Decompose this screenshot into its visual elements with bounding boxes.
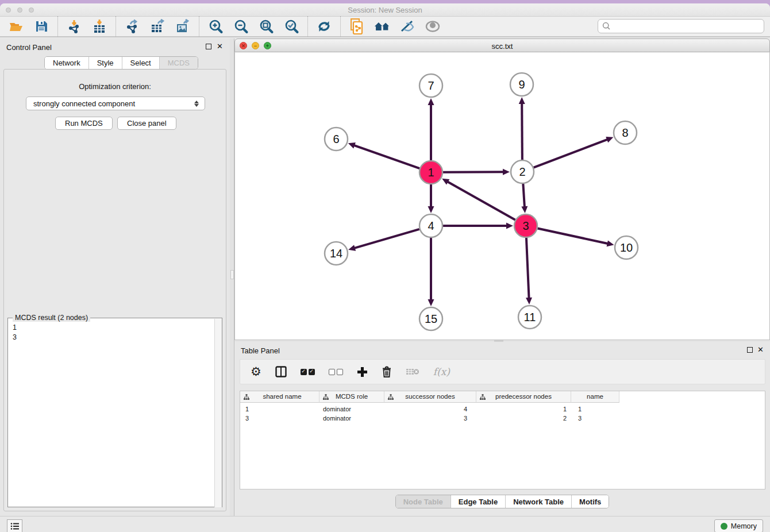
memory-button[interactable]: Memory [714, 519, 763, 532]
graph-edge-arrowhead [607, 240, 614, 246]
graph-edge[interactable] [353, 145, 419, 168]
tab-edge-table[interactable]: Edge Table [451, 495, 506, 508]
show-panel-icon[interactable] [425, 18, 441, 34]
tab-mcds[interactable]: MCDS [160, 57, 198, 69]
graph-edge[interactable] [526, 238, 529, 299]
import-table-icon[interactable] [91, 18, 107, 34]
tab-style[interactable]: Style [89, 57, 122, 69]
export-image-icon[interactable] [175, 18, 191, 34]
tab-network-table[interactable]: Network Table [506, 495, 572, 508]
graph-node-label: 14 [330, 247, 342, 260]
table-row[interactable]: 3 dominator 3 2 3 [240, 414, 619, 423]
tab-network[interactable]: Network [45, 57, 89, 69]
tab-motifs[interactable]: Motifs [572, 495, 609, 508]
export-table-icon[interactable] [149, 18, 165, 34]
cell-predecessor-nodes[interactable]: 2 [476, 414, 571, 423]
optimization-criterion-dropdown[interactable]: strongly connected component [26, 97, 205, 110]
search-icon [602, 22, 611, 30]
table-header-row: shared name MCDS role successor nodes pr… [240, 391, 619, 403]
delete-table-icon[interactable] [406, 367, 419, 376]
network-window-title: scc.txt [235, 42, 769, 51]
graph-edge-arrowhead [348, 142, 356, 148]
zoom-in-icon[interactable] [207, 18, 224, 34]
column-header-successor-nodes[interactable]: successor nodes [384, 391, 476, 403]
graph-edge[interactable] [534, 139, 608, 167]
zoom-fit-icon[interactable] [258, 18, 274, 34]
table-toolbar: ⚙ f(x) [240, 359, 765, 384]
cell-name[interactable]: 3 [571, 414, 619, 423]
cell-shared-name[interactable]: 3 [240, 414, 319, 423]
float-panel-icon[interactable] [206, 44, 211, 49]
application-window: Session: New Session [0, 3, 770, 532]
float-panel-icon[interactable] [747, 347, 753, 353]
network-view-window: ✕ − + scc.txt 1234678910111415 [234, 38, 770, 340]
graph-edge[interactable] [354, 229, 419, 248]
table-panel: Table Panel ✕ ⚙ f(x) [234, 342, 770, 516]
cell-predecessor-nodes[interactable]: 1 [476, 404, 571, 414]
zoom-selected-icon[interactable] [283, 18, 299, 34]
network-from-file-icon[interactable] [349, 18, 365, 34]
attribute-tree-icon [323, 394, 329, 400]
close-panel-icon[interactable]: ✕ [217, 42, 223, 51]
import-network-icon[interactable] [66, 18, 82, 34]
main-titlebar: Session: New Session [0, 3, 770, 17]
mcds-result-title: MCDS result (2 nodes) [13, 314, 90, 322]
cell-mcds-role[interactable]: dominator [319, 414, 384, 423]
search-input[interactable] [611, 21, 764, 32]
export-network-icon[interactable] [124, 18, 140, 34]
save-session-icon[interactable] [33, 18, 49, 34]
refresh-layout-icon[interactable] [316, 18, 332, 34]
add-column-icon[interactable] [357, 367, 368, 377]
column-label: shared name [263, 393, 301, 400]
column-header-predecessor-nodes[interactable]: predecessor nodes [476, 391, 571, 403]
show-columns-icon[interactable] [275, 366, 287, 377]
close-panel-button[interactable]: Close panel [117, 117, 176, 130]
home-view-icon[interactable] [374, 18, 390, 34]
control-panel-tabs: Network Style Select MCDS [44, 56, 198, 70]
network-canvas[interactable]: 1234678910111415 [234, 52, 770, 340]
splitter-grip[interactable] [230, 270, 234, 279]
cell-name[interactable]: 1 [571, 404, 619, 414]
graph-edge-arrowhead [526, 298, 532, 304]
result-scrollbar[interactable] [214, 319, 222, 507]
graph-edge-arrowhead [606, 137, 613, 142]
column-label: name [587, 393, 603, 400]
column-header-name[interactable]: name [571, 391, 619, 403]
search-box[interactable] [598, 19, 764, 33]
mcds-result-line: 3 [13, 333, 222, 342]
table-options-gear-icon[interactable]: ⚙ [251, 365, 261, 379]
vertical-splitter[interactable] [230, 38, 234, 516]
run-mcds-button[interactable]: Run MCDS [55, 117, 113, 130]
column-label: MCDS role [336, 393, 368, 400]
graph-edge-arrowhead [428, 206, 434, 213]
function-builder-icon[interactable]: f(x) [433, 366, 450, 377]
attribute-tree-icon [244, 394, 249, 400]
cell-successor-nodes[interactable]: 3 [384, 414, 476, 423]
select-all-checkboxes-icon[interactable] [301, 369, 315, 375]
cell-mcds-role[interactable]: dominator [319, 404, 384, 414]
open-file-icon[interactable] [8, 18, 24, 34]
cell-successor-nodes[interactable]: 4 [384, 404, 476, 414]
column-header-shared-name[interactable]: shared name [240, 391, 319, 403]
graph-edge[interactable] [443, 172, 504, 172]
tab-node-table[interactable]: Node Table [396, 495, 451, 508]
graph-edge[interactable] [522, 103, 522, 160]
mcds-result-box: MCDS result (2 nodes) 1 3 [7, 318, 222, 507]
cell-shared-name[interactable]: 1 [240, 404, 319, 414]
column-header-mcds-role[interactable]: MCDS role [319, 391, 384, 403]
graph-node-label: 2 [519, 165, 525, 178]
graph-edge-arrowhead [503, 169, 510, 175]
close-panel-icon[interactable]: ✕ [757, 345, 764, 354]
graph-edge[interactable] [447, 182, 515, 220]
graph-edge[interactable] [523, 184, 525, 207]
tab-select[interactable]: Select [122, 57, 160, 69]
delete-columns-icon[interactable] [382, 366, 392, 377]
hide-panel-icon[interactable] [399, 18, 415, 34]
task-history-button[interactable] [7, 519, 22, 532]
zoom-out-icon[interactable] [233, 18, 249, 34]
deselect-all-checkboxes-icon[interactable] [329, 369, 343, 375]
graph-node-label: 8 [622, 126, 628, 139]
dropdown-stepper-icon [194, 99, 199, 109]
graph-edge[interactable] [538, 228, 609, 244]
table-row[interactable]: 1 dominator 4 1 1 [240, 404, 619, 414]
